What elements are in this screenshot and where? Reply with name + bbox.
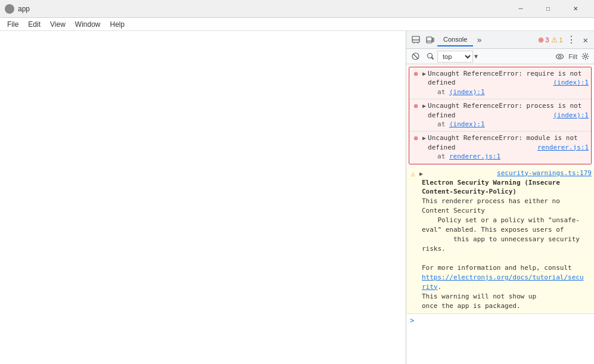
more-options-button[interactable]: ⋮: [563, 32, 580, 48]
console-error-2: ⊗ ▶ Uncaught ReferenceError: process is …: [409, 99, 591, 131]
svg-point-8: [556, 54, 563, 59]
inspect-icon[interactable]: [409, 33, 423, 47]
collapse-arrow-3[interactable]: ▶: [422, 135, 426, 141]
menu-help[interactable]: Help: [105, 19, 130, 30]
svg-line-5: [413, 54, 418, 59]
menu-edit[interactable]: Edit: [23, 19, 45, 30]
main-area: Console » ⊗ 3 ⚠ 1 ⋮ ✕: [0, 31, 594, 364]
minimize-button[interactable]: ─: [507, 0, 534, 18]
svg-rect-0: [412, 36, 419, 42]
settings-icon[interactable]: [579, 50, 592, 63]
error-icon-3: ⊗: [412, 134, 420, 142]
warning-arrow[interactable]: ▶: [419, 170, 423, 177]
menu-file[interactable]: File: [2, 19, 23, 30]
svg-rect-1: [427, 37, 432, 43]
window-controls: ─ □ ✕: [507, 0, 589, 18]
warn-icon: ⚠: [409, 170, 417, 178]
error-text-1: Uncaught ReferenceError: require is not …: [428, 69, 589, 88]
error-content-3: Uncaught ReferenceError: module is not d…: [428, 133, 589, 161]
devtools-toolbar: top ▼ Filt: [406, 49, 594, 64]
title-bar: app ─ □ ✕: [0, 0, 594, 18]
error-content-1: Uncaught ReferenceError: require is not …: [428, 69, 589, 97]
svg-point-10: [584, 55, 586, 58]
menu-window[interactable]: Window: [70, 19, 105, 30]
collapse-arrow-2[interactable]: ▶: [422, 102, 426, 109]
svg-line-7: [431, 58, 433, 60]
warning-title: Electron Security Warning (InsecureConte…: [422, 179, 560, 196]
error-text-3: Uncaught ReferenceError: module is not d…: [428, 133, 589, 152]
console-warning: ⚠ ▶ security-warnings.ts:179 Electron Se…: [406, 167, 594, 313]
clear-console-button[interactable]: [409, 50, 422, 63]
prompt-arrow-icon: >: [410, 316, 414, 325]
app-area: [0, 31, 406, 364]
console-error-1: ⊗ ▶ Uncaught ReferenceError: require is …: [409, 67, 591, 99]
warning-body: Electron Security Warning (InsecureConte…: [409, 178, 592, 311]
devtools-panel: Console » ⊗ 3 ⚠ 1 ⋮ ✕: [406, 31, 594, 364]
context-selector-wrap: top ▼: [437, 51, 552, 63]
warn-count-badge: ⚠ 1: [551, 36, 562, 44]
error-icon-1: ⊗: [412, 70, 420, 78]
error-at-2: at (index):1: [428, 120, 589, 129]
close-button[interactable]: ✕: [562, 0, 589, 18]
error-icon-2: ⊗: [412, 102, 420, 110]
filter-button[interactable]: [423, 50, 436, 63]
more-tabs-button[interactable]: »: [473, 33, 485, 47]
error-text-2: Uncaught ReferenceError: process is not …: [428, 101, 589, 120]
error-at-3: at renderer.js:1: [428, 152, 589, 161]
error-count-badge: ⊗ 3: [538, 36, 549, 44]
error-content-2: Uncaught ReferenceError: process is not …: [428, 101, 589, 129]
error-link-1[interactable]: (index):1: [553, 78, 589, 87]
maximize-button[interactable]: □: [534, 0, 562, 18]
context-arrow-icon: ▼: [474, 53, 478, 60]
error-link-3[interactable]: renderer.js:1: [537, 143, 589, 152]
warning-header: ⚠ ▶ security-warnings.ts:179: [409, 169, 592, 178]
collapse-arrow-1[interactable]: ▶: [422, 70, 426, 77]
title-bar-text: app: [18, 5, 507, 13]
warning-docs-link[interactable]: https://electronjs.org/docs/tutorial/sec…: [422, 273, 584, 291]
console-prompt: >: [406, 313, 594, 327]
menu-bar: File Edit View Window Help: [0, 18, 594, 31]
warning-source-link[interactable]: security-warnings.ts:179: [497, 169, 592, 177]
error-at-link-1[interactable]: (index):1: [449, 88, 485, 96]
console-tab[interactable]: Console: [437, 33, 473, 46]
error-at-1: at (index):1: [428, 88, 589, 97]
console-input[interactable]: [418, 316, 590, 324]
svg-point-9: [558, 55, 561, 58]
error-link-2[interactable]: (index):1: [553, 111, 589, 120]
eye-icon[interactable]: [553, 50, 566, 63]
error-at-link-2[interactable]: (index):1: [449, 120, 485, 128]
filter-label: Filt: [568, 53, 577, 60]
console-messages[interactable]: ⊗ ▶ Uncaught ReferenceError: require is …: [406, 64, 594, 364]
error-badge-area: ⊗ 3 ⚠ 1: [538, 36, 562, 44]
svg-rect-2: [433, 38, 434, 42]
console-error-3: ⊗ ▶ Uncaught ReferenceError: module is n…: [409, 131, 591, 163]
device-icon[interactable]: [423, 33, 437, 47]
context-selector[interactable]: top: [437, 51, 473, 63]
error-at-link-3[interactable]: renderer.js:1: [449, 153, 500, 160]
error-group: ⊗ ▶ Uncaught ReferenceError: require is …: [409, 67, 592, 164]
menu-view[interactable]: View: [45, 19, 70, 30]
app-icon: [5, 4, 14, 14]
devtools-tabs: Console » ⊗ 3 ⚠ 1 ⋮ ✕: [406, 31, 594, 49]
devtools-close-button[interactable]: ✕: [580, 33, 592, 47]
